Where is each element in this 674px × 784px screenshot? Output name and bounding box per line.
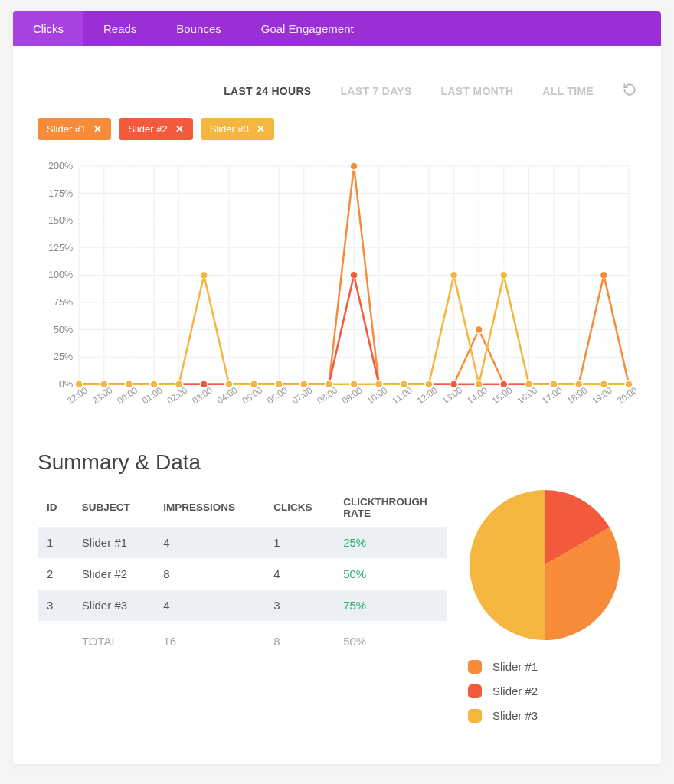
legend-item: Slider #1 [468,660,636,674]
col-subject: SUBJECT [73,488,154,527]
svg-text:02:00: 02:00 [165,385,188,405]
chip-slider-2[interactable]: Slider #2 ✕ [119,118,192,140]
col-ctr: CLICKTHROUGH RATE [334,488,447,527]
svg-text:19:00: 19:00 [591,385,613,405]
svg-text:100%: 100% [48,270,73,280]
summary-row: ID SUBJECT IMPRESSIONS CLICKS CLICKTHROU… [38,488,636,733]
filter-chips: Slider #1 ✕ Slider #2 ✕ Slider #3 ✕ [38,118,636,140]
col-impressions: IMPRESSIONS [154,488,264,527]
cell-id: 2 [38,558,73,590]
summary-title: Summary & Data [38,450,636,475]
cell-impressions: 4 [154,590,264,621]
svg-text:12:00: 12:00 [415,385,438,405]
cell-id: 3 [38,590,73,621]
pie-column: Slider #1 Slider #2 Slider #3 [468,488,636,733]
analytics-card: Clicks Reads Bounces Goal Engagement LAS… [13,11,661,764]
close-icon[interactable]: ✕ [257,123,265,135]
legend-label: Slider #2 [492,684,538,697]
range-7d[interactable]: LAST 7 DAYS [341,85,412,97]
legend-swatch-icon [468,709,482,723]
svg-text:07:00: 07:00 [290,385,313,405]
svg-text:18:00: 18:00 [565,385,588,405]
col-id: ID [38,488,73,527]
svg-text:75%: 75% [54,297,73,308]
tab-reads[interactable]: Reads [83,11,156,46]
svg-text:25%: 25% [54,351,73,362]
table-total-row: TOTAL 16 8 50% [38,621,447,657]
svg-text:125%: 125% [48,243,73,253]
cell-ctr: 50% [334,558,447,590]
svg-text:23:00: 23:00 [90,385,113,405]
svg-text:13:00: 13:00 [440,385,463,405]
chip-slider-3[interactable]: Slider #3 ✕ [201,118,274,140]
svg-point-75 [350,271,358,279]
svg-text:09:00: 09:00 [341,385,364,405]
close-icon[interactable]: ✕ [93,123,102,135]
svg-text:00:00: 00:00 [116,385,139,405]
cell-subject: Slider #3 [73,590,154,621]
svg-point-102 [450,271,458,279]
svg-text:03:00: 03:00 [191,385,214,405]
svg-text:200%: 200% [48,161,73,172]
svg-point-92 [200,271,208,279]
tab-bar: Clicks Reads Bounces Goal Engagement [13,11,661,46]
tab-clicks[interactable]: Clicks [13,11,83,46]
tab-bounces[interactable]: Bounces [156,11,240,46]
line-chart-svg: 0%25%50%75%100%125%150%175%200%22:0023:0… [38,158,636,420]
svg-text:150%: 150% [48,215,73,226]
cell-total-ctr: 50% [334,621,447,657]
cell-impressions: 4 [154,527,264,558]
line-chart: 0%25%50%75%100%125%150%175%200%22:0023:0… [38,158,636,420]
legend-item: Slider #2 [468,684,636,698]
svg-point-52 [350,162,358,170]
pie-chart [468,488,621,642]
tab-goal-engagement[interactable]: Goal Engagement [241,11,374,46]
cell-subject: Slider #2 [73,558,154,590]
cell-ctr: 25% [334,527,447,558]
range-all[interactable]: ALL TIME [542,85,594,97]
svg-text:06:00: 06:00 [266,385,289,405]
svg-text:50%: 50% [54,325,73,335]
svg-text:16:00: 16:00 [515,385,538,405]
legend-label: Slider #3 [492,709,538,722]
cell-total-label: TOTAL [73,621,154,657]
range-24h[interactable]: LAST 24 HOURS [224,85,311,97]
close-icon[interactable]: ✕ [175,123,184,135]
chip-slider-1[interactable]: Slider #1 ✕ [38,118,111,140]
reset-icon[interactable] [623,83,636,100]
col-clicks: CLICKS [264,488,334,527]
svg-text:08:00: 08:00 [316,385,339,405]
legend-swatch-icon [468,684,482,698]
chip-label: Slider #2 [128,123,167,135]
cell-id: 1 [38,527,73,558]
legend-label: Slider #1 [492,660,538,673]
legend-item: Slider #3 [468,709,636,723]
svg-text:175%: 175% [48,188,73,199]
card-content: LAST 24 HOURS LAST 7 DAYS LAST MONTH ALL… [13,46,661,764]
table-row: 2 Slider #2 8 4 50% [38,558,447,590]
legend-swatch-icon [468,660,482,674]
cell-subject: Slider #1 [73,527,154,558]
cell-total-impressions: 16 [154,621,264,657]
svg-text:0%: 0% [59,379,73,390]
svg-text:15:00: 15:00 [490,385,513,405]
svg-point-57 [475,326,483,334]
cell-clicks: 4 [264,558,334,590]
data-table: ID SUBJECT IMPRESSIONS CLICKS CLICKTHROU… [38,488,447,657]
svg-text:01:00: 01:00 [140,385,163,405]
range-month[interactable]: LAST MONTH [441,85,514,97]
cell-clicks: 1 [264,527,334,558]
timerange-bar: LAST 24 HOURS LAST 7 DAYS LAST MONTH ALL… [38,67,636,118]
table-row: 3 Slider #3 4 3 75% [38,590,447,621]
cell-total-clicks: 8 [264,621,334,657]
cell-impressions: 8 [154,558,264,590]
svg-point-104 [500,271,508,279]
chip-label: Slider #1 [47,123,86,135]
svg-text:10:00: 10:00 [365,385,388,405]
chip-label: Slider #3 [210,123,249,135]
svg-text:11:00: 11:00 [391,385,414,405]
svg-text:20:00: 20:00 [615,385,636,405]
svg-text:05:00: 05:00 [240,385,263,405]
svg-text:04:00: 04:00 [215,385,238,405]
svg-text:14:00: 14:00 [466,385,489,405]
